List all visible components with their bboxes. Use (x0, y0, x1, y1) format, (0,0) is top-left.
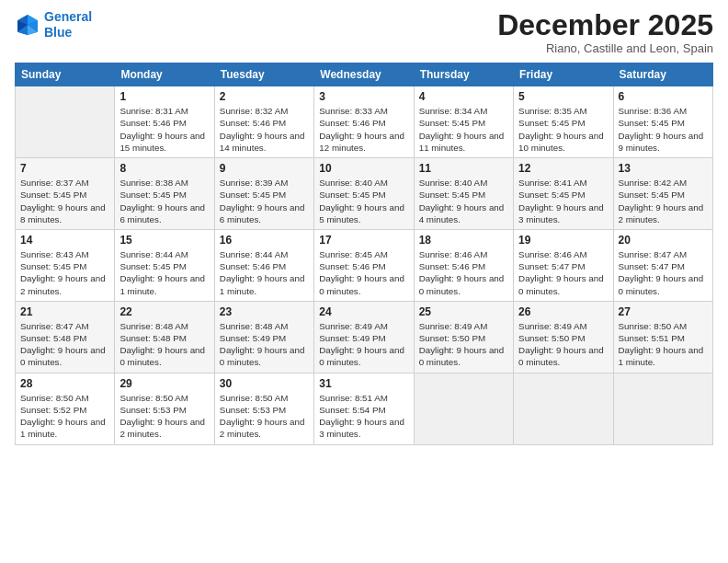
day-info: Sunrise: 8:50 AM Sunset: 5:53 PM Dayligh… (119, 392, 209, 441)
day-number: 25 (419, 305, 508, 318)
logo-icon (15, 12, 40, 38)
sunrise: Sunrise: 8:31 AM (119, 106, 188, 116)
sunrise: Sunrise: 8:50 AM (619, 321, 688, 331)
daylight: Daylight: 9 hours and 10 minutes. (518, 131, 604, 153)
sunset: Sunset: 5:45 PM (419, 190, 485, 200)
day-number: 11 (419, 162, 508, 175)
daylight: Daylight: 9 hours and 0 minutes. (20, 345, 106, 367)
sunset: Sunset: 5:47 PM (518, 261, 585, 271)
day-number: 26 (518, 305, 608, 318)
sunrise: Sunrise: 8:49 AM (419, 321, 488, 331)
daylight: Daylight: 9 hours and 1 minute. (20, 417, 106, 439)
day-info: Sunrise: 8:35 AM Sunset: 5:45 PM Dayligh… (518, 105, 608, 154)
page: General Blue December 2025 Riano, Castil… (0, 0, 728, 563)
sunrise: Sunrise: 8:33 AM (319, 106, 388, 116)
day-number: 23 (220, 305, 309, 318)
sunrise: Sunrise: 8:45 AM (319, 249, 388, 259)
sunrise: Sunrise: 8:49 AM (319, 321, 388, 331)
sunset: Sunset: 5:45 PM (119, 261, 186, 271)
daylight: Daylight: 9 hours and 0 minutes. (518, 345, 604, 367)
daylight: Daylight: 9 hours and 5 minutes. (319, 202, 404, 224)
day-number: 17 (319, 234, 408, 247)
calendar-week-row: 14 Sunrise: 8:43 AM Sunset: 5:45 PM Dayl… (16, 229, 713, 301)
day-number: 22 (119, 305, 209, 318)
sunset: Sunset: 5:54 PM (319, 405, 385, 415)
sunset: Sunset: 5:49 PM (319, 333, 385, 343)
day-info: Sunrise: 8:37 AM Sunset: 5:45 PM Dayligh… (20, 177, 109, 225)
day-info: Sunrise: 8:46 AM Sunset: 5:46 PM Dayligh… (419, 248, 508, 297)
sunrise: Sunrise: 8:47 AM (619, 249, 688, 259)
day-number: 14 (20, 234, 109, 247)
title-block: December 2025 Riano, Castille and Leon, … (497, 9, 713, 55)
sunset: Sunset: 5:46 PM (419, 261, 485, 271)
daylight: Daylight: 9 hours and 12 minutes. (319, 131, 404, 153)
day-info: Sunrise: 8:48 AM Sunset: 5:48 PM Dayligh… (119, 320, 209, 369)
calendar-cell: 18 Sunrise: 8:46 AM Sunset: 5:46 PM Dayl… (414, 229, 513, 301)
calendar-cell: 1 Sunrise: 8:31 AM Sunset: 5:46 PM Dayli… (115, 86, 214, 158)
day-info: Sunrise: 8:36 AM Sunset: 5:45 PM Dayligh… (619, 105, 708, 154)
col-monday: Monday (115, 63, 214, 86)
calendar-cell: 7 Sunrise: 8:37 AM Sunset: 5:45 PM Dayli… (16, 158, 115, 230)
day-number: 2 (220, 90, 309, 103)
day-number: 29 (119, 377, 209, 390)
daylight: Daylight: 9 hours and 2 minutes. (119, 417, 205, 439)
calendar-cell (514, 373, 613, 444)
calendar-cell: 20 Sunrise: 8:47 AM Sunset: 5:47 PM Dayl… (613, 229, 712, 301)
sunrise: Sunrise: 8:39 AM (220, 178, 289, 188)
sunrise: Sunrise: 8:48 AM (119, 321, 188, 331)
sunset: Sunset: 5:48 PM (20, 333, 86, 343)
calendar-cell: 25 Sunrise: 8:49 AM Sunset: 5:50 PM Dayl… (414, 301, 513, 373)
calendar-cell: 10 Sunrise: 8:40 AM Sunset: 5:45 PM Dayl… (314, 158, 414, 230)
col-friday: Friday (514, 63, 613, 86)
calendar-cell: 14 Sunrise: 8:43 AM Sunset: 5:45 PM Dayl… (16, 229, 115, 301)
day-info: Sunrise: 8:40 AM Sunset: 5:45 PM Dayligh… (419, 177, 508, 225)
calendar-cell: 13 Sunrise: 8:42 AM Sunset: 5:45 PM Dayl… (613, 158, 712, 230)
sunset: Sunset: 5:46 PM (319, 261, 385, 271)
calendar-cell: 17 Sunrise: 8:45 AM Sunset: 5:46 PM Dayl… (314, 229, 414, 301)
calendar-cell: 24 Sunrise: 8:49 AM Sunset: 5:49 PM Dayl… (314, 301, 414, 373)
sunset: Sunset: 5:52 PM (20, 405, 86, 415)
logo-general: General (44, 9, 92, 24)
sunrise: Sunrise: 8:38 AM (119, 178, 188, 188)
sunrise: Sunrise: 8:50 AM (220, 393, 289, 403)
day-info: Sunrise: 8:38 AM Sunset: 5:45 PM Dayligh… (119, 177, 209, 225)
calendar-week-row: 7 Sunrise: 8:37 AM Sunset: 5:45 PM Dayli… (16, 158, 713, 230)
day-info: Sunrise: 8:42 AM Sunset: 5:45 PM Dayligh… (619, 177, 708, 225)
sunrise: Sunrise: 8:40 AM (319, 178, 388, 188)
day-info: Sunrise: 8:51 AM Sunset: 5:54 PM Dayligh… (319, 392, 408, 441)
day-number: 18 (419, 234, 508, 247)
sunrise: Sunrise: 8:48 AM (220, 321, 289, 331)
day-number: 1 (119, 90, 209, 103)
calendar-cell: 19 Sunrise: 8:46 AM Sunset: 5:47 PM Dayl… (514, 229, 613, 301)
col-saturday: Saturday (613, 63, 712, 86)
calendar-cell: 28 Sunrise: 8:50 AM Sunset: 5:52 PM Dayl… (16, 373, 115, 444)
calendar-week-row: 28 Sunrise: 8:50 AM Sunset: 5:52 PM Dayl… (16, 373, 713, 444)
day-number: 21 (20, 305, 109, 318)
sunset: Sunset: 5:48 PM (119, 333, 186, 343)
calendar-cell: 11 Sunrise: 8:40 AM Sunset: 5:45 PM Dayl… (414, 158, 513, 230)
day-number: 30 (220, 377, 309, 390)
calendar-cell: 31 Sunrise: 8:51 AM Sunset: 5:54 PM Dayl… (314, 373, 414, 444)
calendar-cell: 5 Sunrise: 8:35 AM Sunset: 5:45 PM Dayli… (514, 86, 613, 158)
day-number: 24 (319, 305, 408, 318)
daylight: Daylight: 9 hours and 0 minutes. (220, 345, 305, 367)
daylight: Daylight: 9 hours and 6 minutes. (119, 202, 205, 224)
calendar-cell (414, 373, 513, 444)
daylight: Daylight: 9 hours and 3 minutes. (319, 417, 404, 439)
calendar-cell: 26 Sunrise: 8:49 AM Sunset: 5:50 PM Dayl… (514, 301, 613, 373)
sunrise: Sunrise: 8:44 AM (119, 249, 188, 259)
day-info: Sunrise: 8:39 AM Sunset: 5:45 PM Dayligh… (220, 177, 309, 225)
sunset: Sunset: 5:53 PM (119, 405, 186, 415)
calendar-week-row: 21 Sunrise: 8:47 AM Sunset: 5:48 PM Dayl… (16, 301, 713, 373)
calendar-header: Sunday Monday Tuesday Wednesday Thursday… (16, 63, 713, 86)
daylight: Daylight: 9 hours and 2 minutes. (20, 273, 106, 295)
daylight: Daylight: 9 hours and 1 minute. (220, 273, 305, 295)
daylight: Daylight: 9 hours and 0 minutes. (319, 345, 404, 367)
day-info: Sunrise: 8:43 AM Sunset: 5:45 PM Dayligh… (20, 248, 109, 297)
day-number: 6 (619, 90, 708, 103)
col-tuesday: Tuesday (214, 63, 313, 86)
sunrise: Sunrise: 8:36 AM (619, 106, 688, 116)
calendar-cell: 6 Sunrise: 8:36 AM Sunset: 5:45 PM Dayli… (613, 86, 712, 158)
daylight: Daylight: 9 hours and 11 minutes. (419, 131, 505, 153)
calendar-cell: 22 Sunrise: 8:48 AM Sunset: 5:48 PM Dayl… (115, 301, 214, 373)
